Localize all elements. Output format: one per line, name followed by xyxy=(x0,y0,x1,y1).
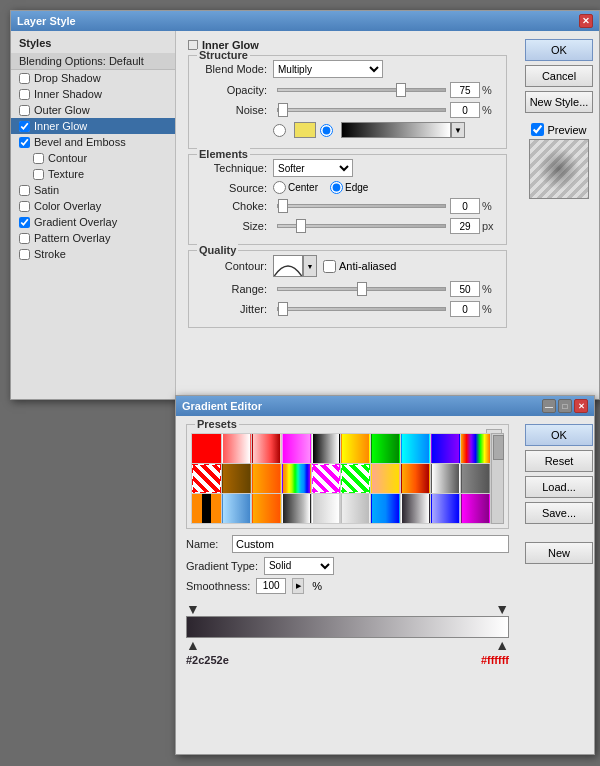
sidebar-item-drop-shadow[interactable]: Drop Shadow xyxy=(11,70,175,86)
gradient-bar[interactable] xyxy=(341,122,451,138)
preset-swatch-8[interactable] xyxy=(401,434,430,463)
gradient-radio-item[interactable] xyxy=(320,124,335,137)
gradient-radio[interactable] xyxy=(320,124,333,137)
preset-swatch-4[interactable] xyxy=(282,434,311,463)
new-style-button[interactable]: New Style... xyxy=(525,91,593,113)
opacity-value[interactable] xyxy=(450,82,480,98)
gradient-dropdown-button[interactable]: ▼ xyxy=(451,122,465,138)
opacity-stop-right[interactable]: ▼ xyxy=(495,602,509,616)
bevel-emboss-checkbox[interactable] xyxy=(19,137,30,148)
sidebar-item-texture[interactable]: Texture xyxy=(11,166,175,182)
blending-options-item[interactable]: Blending Options: Default xyxy=(11,53,175,70)
preview-checkbox[interactable] xyxy=(531,123,544,136)
ge-new-button[interactable]: New xyxy=(525,542,593,564)
preset-swatch-21[interactable] xyxy=(192,494,221,523)
color-radio-item[interactable] xyxy=(273,124,288,137)
preset-swatch-30[interactable] xyxy=(461,494,490,523)
preset-swatch-17[interactable] xyxy=(371,464,400,493)
preset-swatch-10[interactable] xyxy=(461,434,490,463)
jitter-slider[interactable] xyxy=(277,307,446,311)
smoothness-input[interactable] xyxy=(256,578,286,594)
preset-swatch-27[interactable] xyxy=(371,494,400,523)
preset-swatch-25[interactable] xyxy=(312,494,341,523)
center-radio[interactable] xyxy=(273,181,286,194)
preset-swatch-23[interactable] xyxy=(252,494,281,523)
cancel-button[interactable]: Cancel xyxy=(525,65,593,87)
sidebar-item-contour[interactable]: Contour xyxy=(11,150,175,166)
ge-ok-button[interactable]: OK xyxy=(525,424,593,446)
gradient-overlay-checkbox[interactable] xyxy=(19,217,30,228)
range-value[interactable] xyxy=(450,281,480,297)
preset-swatch-9[interactable] xyxy=(431,434,460,463)
preset-swatch-11[interactable] xyxy=(192,464,221,493)
blend-mode-select[interactable]: Multiply xyxy=(273,60,383,78)
minimize-button[interactable]: — xyxy=(542,399,556,413)
ge-close-button[interactable]: ✕ xyxy=(574,399,588,413)
preset-swatch-29[interactable] xyxy=(431,494,460,523)
color-radio[interactable] xyxy=(273,124,286,137)
contour-dropdown-button[interactable]: ▼ xyxy=(303,255,317,277)
close-button[interactable]: ✕ xyxy=(579,14,593,28)
preset-swatch-26[interactable] xyxy=(341,494,370,523)
preset-swatch-28[interactable] xyxy=(401,494,430,523)
texture-checkbox[interactable] xyxy=(33,169,44,180)
sidebar-item-color-overlay[interactable]: Color Overlay xyxy=(11,198,175,214)
presets-scroll-thumb[interactable] xyxy=(493,435,504,460)
sidebar-item-outer-glow[interactable]: Outer Glow xyxy=(11,102,175,118)
technique-select[interactable]: Softer xyxy=(273,159,353,177)
color-stop-left[interactable]: ▲ xyxy=(186,638,200,652)
color-swatch[interactable] xyxy=(294,122,316,138)
choke-slider[interactable] xyxy=(277,204,446,208)
edge-radio-item[interactable]: Edge xyxy=(330,181,368,194)
center-radio-item[interactable]: Center xyxy=(273,181,318,194)
pattern-overlay-checkbox[interactable] xyxy=(19,233,30,244)
sidebar-item-stroke[interactable]: Stroke xyxy=(11,246,175,262)
preset-swatch-13[interactable] xyxy=(252,464,281,493)
edge-radio[interactable] xyxy=(330,181,343,194)
size-slider[interactable] xyxy=(277,224,446,228)
preset-swatch-20[interactable] xyxy=(461,464,490,493)
outer-glow-checkbox[interactable] xyxy=(19,105,30,116)
size-value[interactable] xyxy=(450,218,480,234)
contour-checkbox[interactable] xyxy=(33,153,44,164)
anti-alias-checkbox[interactable] xyxy=(323,260,336,273)
preset-swatch-1[interactable] xyxy=(192,434,221,463)
gradient-type-select[interactable]: Solid xyxy=(264,557,334,575)
inner-glow-checkbox[interactable] xyxy=(19,121,30,132)
noise-slider[interactable] xyxy=(277,108,446,112)
preset-swatch-6[interactable] xyxy=(341,434,370,463)
name-input[interactable] xyxy=(232,535,509,553)
sidebar-item-gradient-overlay[interactable]: Gradient Overlay xyxy=(11,214,175,230)
sidebar-item-inner-shadow[interactable]: Inner Shadow xyxy=(11,86,175,102)
preset-swatch-2[interactable] xyxy=(222,434,251,463)
opacity-stop-left[interactable]: ▼ xyxy=(186,602,200,616)
maximize-button[interactable]: □ xyxy=(558,399,572,413)
preset-swatch-7[interactable] xyxy=(371,434,400,463)
opacity-slider[interactable] xyxy=(277,88,446,92)
preset-swatch-18[interactable] xyxy=(401,464,430,493)
smoothness-arrow[interactable]: ▶ xyxy=(292,578,304,594)
inner-shadow-checkbox[interactable] xyxy=(19,89,30,100)
preset-swatch-22[interactable] xyxy=(222,494,251,523)
sidebar-item-satin[interactable]: Satin xyxy=(11,182,175,198)
stroke-checkbox[interactable] xyxy=(19,249,30,260)
sidebar-item-pattern-overlay[interactable]: Pattern Overlay xyxy=(11,230,175,246)
jitter-value[interactable] xyxy=(450,301,480,317)
ok-button[interactable]: OK xyxy=(525,39,593,61)
preset-swatch-15[interactable] xyxy=(312,464,341,493)
presets-scrollbar[interactable] xyxy=(491,433,504,524)
ge-load-button[interactable]: Load... xyxy=(525,476,593,498)
drop-shadow-checkbox[interactable] xyxy=(19,73,30,84)
preset-swatch-24[interactable] xyxy=(282,494,311,523)
preset-swatch-3[interactable] xyxy=(252,434,281,463)
preset-swatch-12[interactable] xyxy=(222,464,251,493)
sidebar-item-bevel-emboss[interactable]: Bevel and Emboss xyxy=(11,134,175,150)
color-stop-right[interactable]: ▲ xyxy=(495,638,509,652)
noise-value[interactable] xyxy=(450,102,480,118)
preset-swatch-14[interactable] xyxy=(282,464,311,493)
range-slider[interactable] xyxy=(277,287,446,291)
preset-swatch-16[interactable] xyxy=(341,464,370,493)
satin-checkbox[interactable] xyxy=(19,185,30,196)
preset-swatch-5[interactable] xyxy=(312,434,341,463)
color-overlay-checkbox[interactable] xyxy=(19,201,30,212)
